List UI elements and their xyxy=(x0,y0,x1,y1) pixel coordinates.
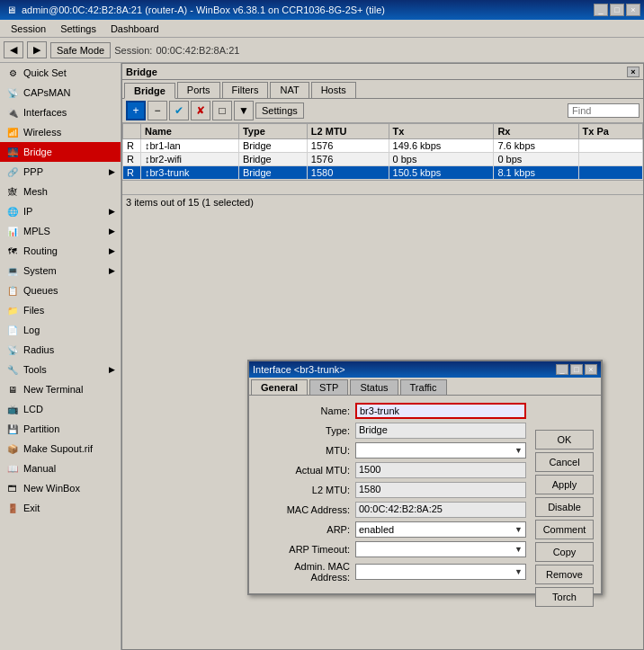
sidebar-item-system[interactable]: 💻 System ▶ xyxy=(0,261,121,280)
sidebar-label-wireless: Wireless xyxy=(23,127,61,138)
routing-icon: 🗺 xyxy=(5,244,20,258)
arp-arrow: ▼ xyxy=(514,525,523,534)
dialog-tab-general[interactable]: General xyxy=(251,379,308,395)
sidebar-item-ip[interactable]: 🌐 IP ▶ xyxy=(0,201,121,221)
find-input[interactable] xyxy=(568,103,640,118)
back-button[interactable]: ◀ xyxy=(4,41,23,58)
dialog-tab-stp[interactable]: STP xyxy=(309,379,348,395)
arp-select[interactable]: enabled ▼ xyxy=(355,521,526,538)
sidebar-item-wireless[interactable]: 📶 Wireless xyxy=(0,122,121,142)
settings-bridge-button[interactable]: Settings xyxy=(255,102,304,119)
dialog-tab-traffic[interactable]: Traffic xyxy=(400,379,447,395)
mpls-arrow: ▶ xyxy=(109,227,115,236)
bridge-window-close[interactable]: × xyxy=(627,67,640,77)
disable-bridge-button[interactable]: ✘ xyxy=(191,101,210,120)
col-header-name: Name xyxy=(141,124,239,139)
mac-label: MAC Address: xyxy=(256,504,355,515)
name-input[interactable] xyxy=(355,403,526,419)
close-btn[interactable]: × xyxy=(626,4,640,16)
capsman-icon: 📡 xyxy=(5,85,20,100)
sidebar-item-mesh[interactable]: 🕸 Mesh xyxy=(0,182,121,201)
safe-mode-button[interactable]: Safe Mode xyxy=(50,42,111,58)
table-row[interactable]: R ↕br1-lan Bridge 1576 149.6 kbps 7.6 kb… xyxy=(123,139,643,153)
dialog-minimize-btn[interactable]: _ xyxy=(556,364,568,375)
tab-nat[interactable]: NAT xyxy=(270,82,309,98)
sidebar-item-files[interactable]: 📁 Files xyxy=(0,300,121,320)
disable-button[interactable]: Disable xyxy=(535,497,594,517)
ok-button[interactable]: OK xyxy=(535,430,594,450)
minimize-btn[interactable]: _ xyxy=(594,4,608,16)
cancel-button[interactable]: Cancel xyxy=(535,452,594,472)
sidebar-item-bridge[interactable]: 🌉 Bridge xyxy=(0,142,121,162)
sidebar-item-interfaces[interactable]: 🔌 Interfaces xyxy=(0,102,121,122)
tab-bridge[interactable]: Bridge xyxy=(124,83,175,99)
arp-timeout-select[interactable]: ▼ xyxy=(355,541,526,557)
copy-bridge-button[interactable]: □ xyxy=(212,101,232,120)
tools-icon: 🔧 xyxy=(5,362,20,377)
sidebar-item-new-terminal[interactable]: 🖥 New Terminal xyxy=(0,379,121,399)
remove-button[interactable]: Remove xyxy=(535,565,594,584)
tab-ports[interactable]: Ports xyxy=(177,82,220,98)
dialog-tab-status[interactable]: Status xyxy=(350,379,398,395)
sidebar-item-make-supout[interactable]: 📦 Make Supout.rif xyxy=(0,439,121,459)
col-header-type: Type xyxy=(238,124,307,139)
sidebar-item-radius[interactable]: 📡 Radius xyxy=(0,340,121,360)
tab-hosts[interactable]: Hosts xyxy=(311,82,356,98)
comment-button[interactable]: Comment xyxy=(535,520,594,539)
menu-settings[interactable]: Settings xyxy=(53,22,103,36)
sidebar-item-exit[interactable]: 🚪 Exit xyxy=(0,498,121,518)
name-label: Name: xyxy=(256,405,355,416)
col-header-l2mtu: L2 MTU xyxy=(307,124,389,139)
form-area: Name: Type: Bridge MTU: xyxy=(249,396,533,593)
sidebar-label-log: Log xyxy=(23,325,40,335)
mtu-select[interactable]: ▼ xyxy=(355,442,526,459)
bridge-toolbar: + − ✔ ✘ □ ▼ Settings xyxy=(122,99,643,123)
sidebar-item-capsman[interactable]: 📡 CAPsMAN xyxy=(0,83,121,102)
dialog-maximize-btn[interactable]: □ xyxy=(570,364,583,375)
dialog-title-bar: Interface <br3-trunk> _ □ × xyxy=(249,361,601,378)
admin-mac-select[interactable]: ▼ xyxy=(355,564,526,580)
admin-mac-label: Admin. MAC Address: xyxy=(256,561,355,583)
sidebar-label-ip: IP xyxy=(23,206,32,217)
copy-button[interactable]: Copy xyxy=(535,542,594,562)
sidebar-label-bridge: Bridge xyxy=(23,147,52,157)
row1-l2mtu: 1576 xyxy=(307,139,389,153)
add-bridge-button[interactable]: + xyxy=(126,101,146,120)
table-row[interactable]: R ↕br2-wifi Bridge 1576 0 bps 0 bps xyxy=(123,153,643,166)
sidebar-item-partition[interactable]: 💾 Partition xyxy=(0,419,121,439)
sidebar-label-capsman: CAPsMAN xyxy=(23,87,71,98)
apply-button[interactable]: Apply xyxy=(535,475,594,494)
enable-bridge-button[interactable]: ✔ xyxy=(169,101,189,120)
actual-mtu-label: Actual MTU: xyxy=(256,465,355,476)
remove-bridge-button[interactable]: − xyxy=(148,101,167,120)
l2mtu-label: L2 MTU: xyxy=(256,485,355,495)
sidebar-item-routing[interactable]: 🗺 Routing ▶ xyxy=(0,241,121,261)
sidebar-item-mpls[interactable]: 📊 MPLS ▶ xyxy=(0,221,121,241)
sidebar-item-new-winbox[interactable]: 🗔 New WinBox xyxy=(0,478,121,498)
col-header-flag xyxy=(123,124,141,139)
torch-button[interactable]: Torch xyxy=(535,587,594,607)
row3-tx: 150.5 kbps xyxy=(389,166,494,180)
forward-button[interactable]: ▶ xyxy=(27,41,47,58)
main-layout: ⚙ Quick Set 📡 CAPsMAN 🔌 Interfaces 📶 Wir… xyxy=(0,63,644,650)
interface-dialog: Interface <br3-trunk> _ □ × General STP … xyxy=(247,360,603,595)
table-row[interactable]: R ↕br3-trunk Bridge 1580 150.5 kbps 8.1 … xyxy=(123,166,643,180)
maximize-btn[interactable]: □ xyxy=(610,4,624,16)
partition-icon: 💾 xyxy=(5,422,20,436)
sidebar-item-lcd[interactable]: 📺 LCD xyxy=(0,399,121,419)
sidebar-item-ppp[interactable]: 🔗 PPP ▶ xyxy=(0,162,121,182)
dialog-close-btn[interactable]: × xyxy=(585,364,597,375)
filter-bridge-button[interactable]: ▼ xyxy=(234,101,254,120)
dialog-title-text: Interface <br3-trunk> xyxy=(253,364,345,375)
sidebar-item-queues[interactable]: 📋 Queues xyxy=(0,280,121,300)
sidebar-item-manual[interactable]: 📖 Manual xyxy=(0,459,121,478)
tab-filters[interactable]: Filters xyxy=(222,82,269,98)
menu-session[interactable]: Session xyxy=(4,22,53,36)
horizontal-scrollbar[interactable] xyxy=(122,180,643,194)
sidebar-item-log[interactable]: 📄 Log xyxy=(0,320,121,340)
title-bar: 🖥 admin@00:0C:42:B2:8A:21 (router-A) - W… xyxy=(0,0,644,20)
row3-type: Bridge xyxy=(238,166,307,180)
sidebar-item-quick-set[interactable]: ⚙ Quick Set xyxy=(0,63,121,83)
sidebar-item-tools[interactable]: 🔧 Tools ▶ xyxy=(0,360,121,379)
menu-dashboard[interactable]: Dashboard xyxy=(103,22,166,36)
